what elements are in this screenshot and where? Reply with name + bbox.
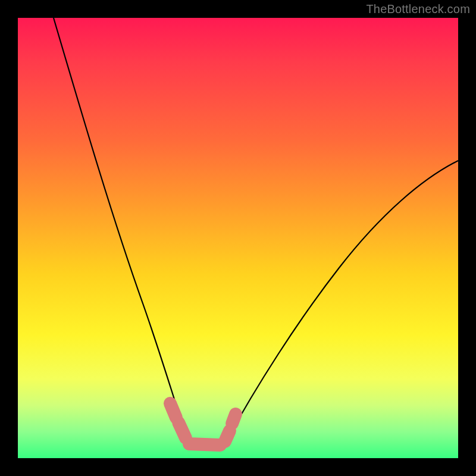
plot-area bbox=[18, 18, 458, 458]
series-right-branch bbox=[226, 161, 458, 441]
outer-frame: TheBottleneck.com bbox=[0, 0, 476, 476]
marker-highlight bbox=[170, 403, 236, 445]
watermark-text: TheBottleneck.com bbox=[366, 2, 470, 16]
series-left-branch bbox=[54, 18, 188, 441]
chart-svg bbox=[18, 18, 458, 458]
